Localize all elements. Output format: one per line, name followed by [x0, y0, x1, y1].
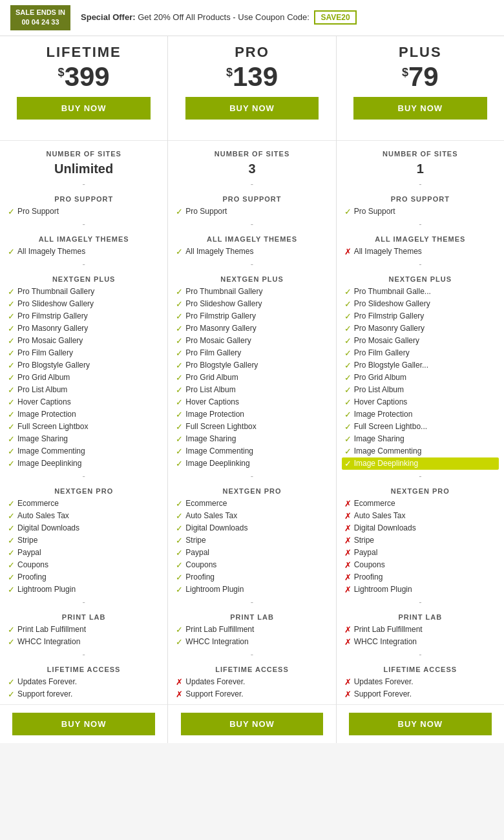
list-item: ✗ Ecommerce: [342, 498, 499, 510]
dash6-lifetime: -: [5, 648, 162, 660]
feature-label: Full Screen Lightbo...: [354, 422, 427, 431]
print-lab-title-pro: PRINT LAB: [173, 608, 330, 624]
nextgen-pro-section-plus: NEXTGEN PRO ✗ Ecommerce ✗ Auto Sales Tax…: [337, 482, 504, 608]
cross-icon: ✗: [344, 511, 352, 521]
dash1-pro: -: [173, 178, 330, 190]
cross-icon: ✗: [344, 585, 352, 594]
list-item: ✓ Print Lab Fulfillment: [5, 624, 162, 636]
feature-label: Full Screen Lightbox: [17, 422, 88, 431]
list-item: ✓ Proofing: [173, 571, 330, 583]
list-item: ✓ Image Sharing: [342, 433, 499, 445]
feature-label: Stripe: [185, 536, 205, 545]
list-item: ✓ Coupons: [5, 559, 162, 571]
feature-label: Lightroom Plugin: [185, 585, 244, 594]
feature-label: Print Lab Fulfillment: [185, 625, 254, 634]
dash4-lifetime: -: [5, 470, 162, 482]
top-bar: SALE ENDS IN 00 04 24 33 Special Offer: …: [0, 0, 504, 36]
feature-label: Pro Slideshow Gallery: [354, 299, 430, 308]
cross-icon: ✗: [344, 625, 352, 635]
lifetime-access-title-pro: LIFETIME ACCESS: [173, 660, 330, 676]
list-item: ✓ WHCC Integration: [173, 636, 330, 648]
pro-support-item-lifetime: ✓ Pro Support: [5, 205, 162, 218]
list-item: ✓ Stripe: [173, 534, 330, 547]
feature-label: Stripe: [354, 536, 374, 545]
dash1-plus: -: [342, 178, 499, 190]
check-icon: ✓: [8, 397, 15, 407]
check-icon: ✓: [176, 397, 183, 407]
cross-icon: ✗: [344, 247, 352, 257]
feature-label: Digital Downloads: [17, 523, 79, 532]
plan-col-plus: PLUS $79 BUY NOW NUMBER OF SITES 1 - PRO…: [337, 36, 504, 743]
plan-name-pro: PRO: [173, 44, 330, 61]
list-item: ✓ Support forever.: [5, 688, 162, 700]
feature-label: Ecommerce: [185, 499, 227, 508]
list-item: ✓ Image Protection: [5, 408, 162, 421]
cross-icon: ✗: [344, 689, 352, 699]
print-lab-section-pro: PRINT LAB ✓ Print Lab Fulfillment ✓ WHCC…: [168, 608, 335, 660]
plan-price-plus: $79: [342, 63, 499, 90]
list-item: ✓ Pro Slideshow Gallery: [5, 298, 162, 310]
cross-icon: ✗: [176, 689, 183, 699]
feature-label: Paypal: [17, 548, 41, 557]
list-item: ✓ Digital Downloads: [5, 522, 162, 534]
list-item: ✓ Image Sharing: [173, 433, 330, 445]
check-icon: ✓: [8, 336, 15, 346]
buy-button-bottom-plus[interactable]: BUY NOW: [349, 713, 491, 735]
feature-label: Image Protection: [354, 410, 413, 419]
feature-label: Image Commenting: [17, 446, 85, 456]
feature-label: Proofing: [354, 572, 383, 582]
list-item: ✓ Pro Film Gallery: [173, 347, 330, 359]
list-item: ✗ Stripe: [342, 534, 499, 547]
list-item: ✗ Digital Downloads: [342, 522, 499, 534]
list-item: ✗ Proofing: [342, 571, 499, 583]
check-icon: ✓: [176, 324, 183, 333]
list-item: ✗ WHCC Integration: [342, 636, 499, 648]
feature-label: Stripe: [17, 536, 37, 545]
list-item: ✓ Pro Blogstyle Gallery: [5, 359, 162, 372]
buy-button-top-pro[interactable]: BUY NOW: [185, 97, 319, 120]
divider-bottom: [337, 704, 504, 705]
check-icon: ✓: [344, 385, 352, 395]
feature-label: Pro Filmstrip Gallery: [17, 311, 88, 320]
feature-label: Image Sharing: [185, 434, 236, 443]
feature-label: Image Deeplinking: [354, 459, 418, 468]
list-item: ✓ Pro Film Gallery: [342, 347, 499, 359]
check-icon: ✓: [176, 336, 183, 346]
check-icon: ✓: [176, 511, 183, 521]
list-item: ✓ Pro List Album: [173, 384, 330, 396]
themes-label-lifetime: All Imagely Themes: [17, 247, 85, 256]
list-item: ✗ Auto Sales Tax: [342, 510, 499, 522]
feature-label: Image Sharing: [17, 434, 68, 443]
nextgen-pro-section-lifetime: NEXTGEN PRO ✓ Ecommerce ✓ Auto Sales Tax…: [0, 482, 167, 608]
divider-bottom: [168, 704, 335, 705]
feature-label: Pro Grid Album: [17, 373, 70, 382]
list-item: ✓ Pro Blogstyle Galler...: [342, 359, 499, 372]
check-icon: ✓: [344, 410, 352, 419]
list-item: ✓ Pro List Album: [342, 384, 499, 396]
list-item: ✓ Pro Masonry Gallery: [342, 322, 499, 335]
list-item: ✓ Digital Downloads: [173, 522, 330, 534]
check-icon: ✓: [344, 299, 352, 309]
feature-label: Full Screen Lightbox: [185, 422, 256, 431]
list-item: ✓ Auto Sales Tax: [173, 510, 330, 522]
buy-button-top-plus[interactable]: BUY NOW: [353, 97, 487, 120]
pro-support-section-pro: PRO SUPPORT ✓ Pro Support -: [168, 190, 335, 230]
dash2-lifetime: -: [5, 218, 162, 230]
buy-button-top-lifetime[interactable]: BUY NOW: [17, 97, 151, 120]
plan-col-lifetime: LIFETIME $399 BUY NOW NUMBER OF SITES Un…: [0, 36, 168, 743]
list-item: ✓ Pro Thumbnail Gallery: [173, 286, 330, 298]
list-item: ✓ Pro Blogstyle Gallery: [173, 359, 330, 372]
feature-label: Support Forever.: [185, 689, 243, 698]
list-item: ✓ Paypal: [5, 547, 162, 559]
buy-button-bottom-pro[interactable]: BUY NOW: [181, 713, 323, 735]
cross-icon: ✗: [344, 560, 352, 570]
nextgen-plus-title-lifetime: NEXTGEN PLUS: [5, 270, 162, 286]
list-item: ✓ Proofing: [5, 571, 162, 583]
check-icon: ✓: [8, 422, 15, 432]
feature-label: WHCC Integration: [354, 637, 417, 646]
list-item: ✓ Print Lab Fulfillment: [173, 624, 330, 636]
check-icon: ✓: [176, 311, 183, 321]
buy-button-bottom-lifetime[interactable]: BUY NOW: [12, 713, 154, 735]
plan-header-plus: PLUS $79 BUY NOW: [337, 36, 504, 136]
list-item: ✓ Paypal: [173, 547, 330, 559]
